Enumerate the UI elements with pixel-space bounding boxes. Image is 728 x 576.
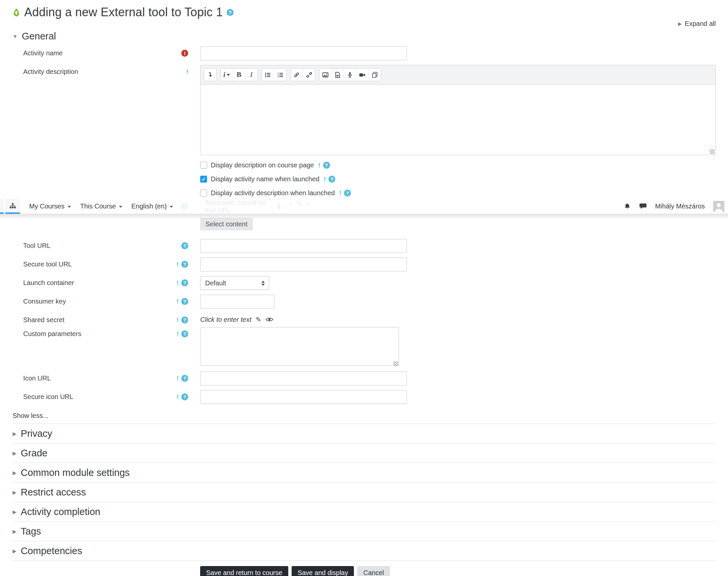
show-less-link[interactable]: Show less...	[12, 412, 48, 420]
nav-my-courses[interactable]: My Courses	[29, 202, 71, 210]
help-icon[interactable]: ?	[328, 176, 335, 182]
nav-this-course[interactable]: This Course	[80, 202, 122, 210]
secure-icon-url-row: Secure icon URL ! ?	[12, 390, 716, 404]
custom-parameters-input[interactable]	[200, 327, 399, 366]
italic-icon[interactable]: I	[245, 68, 258, 81]
section-common-module-settings-header[interactable]: ▶ Common module settings	[12, 463, 716, 483]
insert-image-icon[interactable]	[319, 68, 332, 81]
advanced-exclamation-icon: !	[177, 279, 179, 286]
expand-triangle-icon: ▶	[12, 470, 17, 475]
top-navbar: My Courses This Course English (en) Mihá…	[0, 199, 728, 214]
expand-triangle-icon: ▶	[12, 490, 17, 495]
display-description-checkbox-row: Display description on course page ! ?	[200, 162, 716, 169]
section-activity-completion-header[interactable]: ▶ Activity completion	[12, 502, 716, 522]
collapse-toolbar-icon[interactable]	[204, 68, 216, 81]
insert-media-icon[interactable]	[332, 68, 344, 81]
ordered-list-icon[interactable]: 1 2 3	[274, 68, 286, 81]
advanced-exclamation-icon: !	[177, 330, 179, 337]
tool-url-input[interactable]	[200, 239, 407, 253]
section-general-header[interactable]: ▼ General	[12, 31, 716, 42]
user-name[interactable]: Mihály Mészáros	[655, 202, 705, 210]
external-tool-form-page: Adding a new External tool to Topic 1 ? …	[0, 0, 728, 576]
expand-triangle-icon: ▶	[12, 509, 17, 514]
textarea-resize-handle[interactable]	[393, 361, 398, 366]
help-icon[interactable]: ?	[181, 279, 188, 286]
activity-description-editor: i B I	[200, 65, 716, 155]
shared-secret-click-to-edit[interactable]: Click to enter text	[200, 316, 252, 323]
icon-url-label: Icon URL	[23, 374, 51, 382]
secure-icon-url-input[interactable]	[200, 390, 407, 404]
launch-container-select[interactable]: Default	[200, 276, 269, 290]
help-icon[interactable]: ?	[181, 298, 188, 305]
page-title: Adding a new External tool to Topic 1	[24, 5, 223, 19]
record-audio-icon[interactable]	[344, 68, 356, 81]
shared-secret-label: Shared secret	[23, 316, 65, 324]
custom-parameters-row: Custom parameters ! ?	[12, 327, 716, 367]
unordered-list-icon[interactable]	[262, 68, 274, 81]
user-avatar[interactable]	[713, 201, 724, 212]
editor-resize-handle[interactable]	[710, 149, 715, 154]
custom-parameters-label: Custom parameters	[23, 330, 82, 338]
expand-triangle-icon: ▶	[12, 451, 17, 456]
advanced-exclamation-icon: !	[186, 68, 188, 75]
manage-files-icon[interactable]	[369, 68, 381, 81]
consumer-key-input[interactable]	[200, 295, 274, 309]
advanced-exclamation-icon: !	[177, 317, 179, 323]
section-tags-header[interactable]: ▶ Tags	[12, 522, 716, 541]
expand-triangle-icon: ▶	[12, 431, 17, 436]
help-icon[interactable]: ?	[181, 330, 188, 337]
select-content-button[interactable]: Select content	[200, 218, 253, 230]
activity-name-input[interactable]	[200, 47, 407, 60]
activity-description-input[interactable]	[201, 85, 716, 155]
activity-name-row: Activity name !	[12, 47, 716, 60]
advanced-exclamation-icon: !	[339, 190, 341, 197]
help-icon[interactable]: ?	[344, 190, 351, 197]
save-and-display-button[interactable]: Save and display	[292, 566, 354, 576]
tool-url-row: Tool URL ?	[12, 239, 716, 253]
help-icon[interactable]: ?	[181, 261, 188, 268]
chevron-down-icon	[119, 206, 122, 208]
cancel-button[interactable]: Cancel	[357, 566, 390, 576]
section-restrict-access-header[interactable]: ▶ Restrict access	[12, 483, 716, 502]
consumer-key-row: Consumer key ! ?	[12, 295, 716, 309]
unlink-icon[interactable]	[303, 68, 315, 81]
record-video-icon[interactable]	[356, 68, 369, 81]
bold-icon[interactable]: B	[233, 68, 245, 81]
svg-text:3: 3	[278, 76, 279, 78]
display-activity-name-label: Display activity name when launched	[211, 175, 319, 183]
site-navigation-tab[interactable]	[5, 199, 20, 214]
help-icon[interactable]: ?	[181, 375, 188, 382]
section-privacy-header[interactable]: ▶ Privacy	[12, 424, 716, 443]
help-icon[interactable]: ?	[181, 242, 188, 249]
paragraph-styles-icon[interactable]: i	[221, 68, 233, 81]
chevron-down-icon	[67, 206, 71, 208]
display-activity-description-checkbox[interactable]	[200, 190, 207, 197]
help-icon[interactable]: ?	[323, 162, 330, 169]
advanced-exclamation-icon: !	[177, 261, 179, 268]
show-secret-eye-icon[interactable]	[265, 317, 273, 322]
secure-tool-url-input[interactable]	[200, 258, 407, 271]
help-icon[interactable]: ?	[181, 394, 188, 400]
activity-name-label: Activity name	[23, 49, 63, 57]
clipped-nav-tab[interactable]	[0, 199, 4, 214]
page-title-bar: Adding a new External tool to Topic 1 ?	[12, 5, 716, 19]
help-icon[interactable]: ?	[181, 317, 188, 323]
page-title-help-icon[interactable]: ?	[227, 9, 234, 16]
edit-pencil-icon[interactable]: ✎	[256, 316, 261, 323]
icon-url-input[interactable]	[200, 372, 407, 385]
save-and-return-button[interactable]: Save and return to course	[200, 566, 288, 576]
display-activity-name-checkbox[interactable]: ✓	[200, 176, 207, 182]
nav-language[interactable]: English (en)	[132, 202, 173, 210]
link-icon[interactable]	[291, 68, 303, 81]
notifications-bell-icon[interactable]	[623, 203, 631, 210]
messages-icon[interactable]	[639, 203, 647, 210]
display-description-checkbox[interactable]	[200, 162, 207, 169]
section-general-title: General	[22, 31, 56, 42]
section-grade-header[interactable]: ▶ Grade	[12, 443, 716, 463]
section-competencies-header[interactable]: ▶ Competencies	[12, 541, 716, 561]
launch-container-label: Launch container	[23, 279, 74, 287]
navbar-shadow	[0, 214, 728, 220]
expand-all-link[interactable]: Expand all	[685, 20, 716, 28]
secure-tool-url-label: Secure tool URL	[23, 260, 72, 268]
icon-url-row: Icon URL ! ?	[12, 372, 716, 385]
